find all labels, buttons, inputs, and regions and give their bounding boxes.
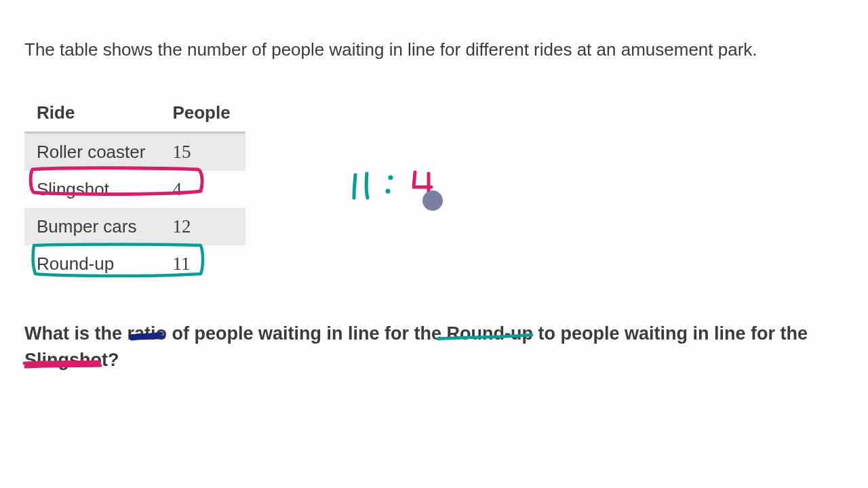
people-cell: 11 bbox=[160, 245, 245, 283]
col-header-people: People bbox=[160, 94, 245, 133]
ride-cell: Bumper cars bbox=[24, 208, 160, 245]
table-row: Bumper cars 12 bbox=[24, 208, 245, 245]
people-cell: 4 bbox=[160, 171, 245, 208]
table-row: Slingshot 4 bbox=[24, 171, 245, 208]
ride-cell: Slingshot bbox=[24, 171, 160, 208]
rides-table: Ride People Roller coaster 15 Slingshot … bbox=[24, 94, 245, 283]
people-cell: 15 bbox=[160, 133, 245, 171]
table-row: Round-up 11 bbox=[24, 245, 245, 283]
table-row: Roller coaster 15 bbox=[24, 133, 245, 171]
question-text: What is the ratio of people waiting in l… bbox=[24, 321, 844, 373]
ride-cell: Round-up bbox=[24, 245, 160, 283]
ride-cell: Roller coaster bbox=[24, 133, 160, 171]
col-header-ride: Ride bbox=[24, 94, 160, 133]
intro-text: The table shows the number of people wai… bbox=[24, 38, 844, 62]
people-cell: 12 bbox=[160, 208, 245, 245]
